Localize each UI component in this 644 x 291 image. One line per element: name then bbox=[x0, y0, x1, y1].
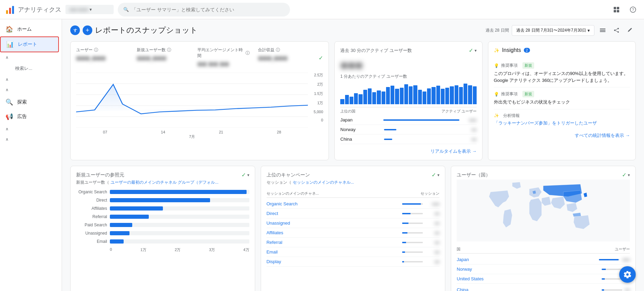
bar-mini bbox=[382, 91, 385, 104]
campaign-row: Direct ●● bbox=[267, 209, 440, 218]
new-users-info-icon[interactable]: ⓘ bbox=[167, 47, 171, 53]
geo-country-row: United States ●● bbox=[457, 274, 630, 284]
edit-icon-btn[interactable] bbox=[625, 25, 636, 36]
sidebar-item-home[interactable]: 🏠 ホーム bbox=[0, 22, 59, 36]
see-all-link[interactable]: すべての統計情報を表示 → bbox=[494, 132, 630, 139]
hbar-track bbox=[110, 239, 249, 244]
campaign-bar-track bbox=[402, 223, 423, 224]
insights-badge: 2 bbox=[524, 48, 530, 53]
bar-mini bbox=[450, 86, 454, 104]
new-users-header: 新規ユーザーの参照元 ✓ ▾ bbox=[76, 172, 249, 178]
svg-rect-3 bbox=[614, 7, 616, 9]
campaigns-dropdown-icon[interactable]: ▾ bbox=[437, 173, 439, 177]
sidebar: 🏠 ホーム 📊 レポート ∧ 検索レ... ∧ ∧ 🔍 探索 📢 広告 ∧ bbox=[0, 19, 62, 291]
campaign-col-name: セッションのメインのチャネ... bbox=[267, 191, 319, 196]
metrics-check-icon: ✓ bbox=[319, 55, 323, 61]
geo-country-name[interactable]: United States bbox=[457, 276, 601, 281]
chevron-up-icon2[interactable]: ∧ bbox=[6, 77, 9, 82]
svg-rect-10 bbox=[600, 30, 605, 31]
help-icon-btn[interactable]: ? bbox=[627, 4, 638, 15]
geo-country-name[interactable]: Norway bbox=[457, 267, 601, 272]
insight-item-1: 💡 推奨事項 新規 このプロパティは、オーディエンスの90%以上を使用しています… bbox=[494, 59, 630, 87]
hbar-track bbox=[110, 206, 249, 211]
bar-mini bbox=[391, 86, 394, 104]
campaign-row: Affiliates ●● bbox=[267, 228, 440, 238]
recommendation-icon-2: 💡 bbox=[494, 92, 499, 97]
add-card-btn[interactable]: + bbox=[83, 25, 92, 35]
x-label-3: 21 bbox=[219, 130, 223, 134]
geo-country-bar bbox=[602, 289, 622, 291]
chevron-up-icon3[interactable]: ∧ bbox=[6, 87, 9, 92]
sidebar-sub-item-search[interactable]: 検索レ... bbox=[0, 63, 62, 74]
property-selector[interactable]: ●●● ●●●● ▾ bbox=[65, 5, 114, 14]
settings-fab[interactable] bbox=[619, 266, 636, 283]
revenue-info-icon[interactable]: ⓘ bbox=[276, 47, 280, 53]
sidebar-section-header: ∧ bbox=[0, 52, 62, 63]
new-users-dropdown-icon[interactable]: ▾ bbox=[247, 173, 249, 177]
customize-icon-btn[interactable] bbox=[597, 25, 608, 36]
sidebar-item-reports[interactable]: 📊 レポート bbox=[0, 36, 59, 52]
search-input[interactable] bbox=[132, 7, 284, 12]
bar-mini bbox=[400, 88, 404, 104]
campaign-value: ●● bbox=[426, 211, 439, 216]
bar-mini bbox=[455, 85, 458, 104]
hbar-x-labels: 01万2万3万4万 bbox=[76, 247, 249, 252]
realtime-bar-chart bbox=[340, 84, 476, 104]
snapshot-icon-btn[interactable]: す bbox=[70, 25, 80, 35]
new-users-metric-sub[interactable]: ユーザーの最初のメインのチャネル グループ（デフォル... bbox=[111, 180, 218, 185]
bar-mini bbox=[436, 86, 440, 104]
geo-country-name[interactable]: China bbox=[457, 287, 601, 291]
sidebar-reports-label: レポート bbox=[18, 41, 37, 47]
app-layout: 🏠 ホーム 📊 レポート ∧ 検索レ... ∧ ∧ 🔍 探索 📢 広告 ∧ bbox=[0, 19, 644, 291]
bar-mini bbox=[372, 92, 376, 104]
dropdown-icon: ▾ bbox=[588, 28, 590, 33]
new-badge-1: 新規 bbox=[522, 62, 534, 69]
new-users-hbar-container: Organic Search Direct Affiliates Referra… bbox=[76, 190, 249, 244]
geo-country-name[interactable]: Japan bbox=[457, 257, 599, 262]
country-col-country: 国 bbox=[457, 247, 460, 252]
analysis-type: ✨ 分析情報 bbox=[494, 113, 630, 119]
hbar-row: Direct bbox=[76, 198, 249, 203]
country-name: Japan bbox=[340, 117, 381, 122]
chart-y-labels: 2.5万 2万 1.5万 1万 5,000 0 bbox=[309, 73, 323, 122]
bar-mini bbox=[445, 88, 449, 104]
share-icon-btn[interactable] bbox=[611, 25, 622, 36]
realtime-dropdown-icon[interactable]: ▾ bbox=[475, 48, 477, 53]
help-icon: ? bbox=[630, 6, 636, 13]
hbar-row: Unassigned bbox=[76, 231, 249, 236]
chevron-up-icon5[interactable]: ∧ bbox=[6, 137, 9, 142]
engagement-info-icon[interactable]: ⓘ bbox=[246, 50, 250, 56]
header-right: ? bbox=[611, 4, 638, 15]
chevron-up-icon[interactable]: ∧ bbox=[6, 55, 9, 60]
campaign-name: Direct bbox=[267, 211, 400, 216]
sidebar-section-header2: ∧ bbox=[0, 74, 62, 85]
bar-mini bbox=[340, 99, 344, 104]
settings-icon bbox=[623, 270, 632, 279]
campaigns-metric-sub[interactable]: セッションのメインのチャネル... bbox=[293, 180, 354, 185]
chevron-up-icon4[interactable]: ∧ bbox=[6, 127, 9, 131]
sidebar-item-explore[interactable]: 🔍 探索 bbox=[0, 95, 59, 109]
metrics-chart-card: ユーザー ⓘ ●●●,●●● 新規ユーザー数 ⓘ ●●●,●●● bbox=[70, 41, 329, 160]
line-chart-svg bbox=[76, 73, 308, 128]
grid-icon-btn[interactable] bbox=[611, 4, 622, 15]
bar-mini bbox=[413, 85, 417, 104]
date-range-btn[interactable]: 過去 28 日間 7月3日〜2024年7月30日 ▾ bbox=[512, 25, 594, 36]
sidebar-item-advertising[interactable]: 📢 広告 bbox=[0, 109, 59, 124]
bottom-grid: 新規ユーザーの参照元 ✓ ▾ 新規ユーザー数（ ユーザーの最初のメインのチャネル… bbox=[70, 166, 636, 291]
sidebar-section-header3: ∧ bbox=[0, 85, 62, 95]
geo-dropdown-icon[interactable]: ▾ bbox=[628, 173, 630, 177]
users-info-icon[interactable]: ⓘ bbox=[94, 47, 98, 53]
svg-line-15 bbox=[615, 29, 618, 30]
campaign-value: ●● bbox=[426, 259, 439, 264]
sub-item-label: 検索レ... bbox=[15, 66, 32, 71]
hbar-fill bbox=[110, 215, 149, 219]
y-label-6: 0 bbox=[309, 118, 323, 122]
search-bar[interactable]: 🔍 bbox=[118, 3, 290, 17]
hbar-label: Affiliates bbox=[76, 206, 107, 211]
realtime-col-users: アクティブ ユーザー bbox=[442, 109, 477, 114]
campaign-name: Email bbox=[267, 249, 400, 255]
svg-text:?: ? bbox=[632, 8, 634, 12]
realtime-link[interactable]: リアルタイムを表示 → bbox=[340, 148, 476, 154]
bar-mini bbox=[464, 84, 467, 104]
analysis-link[interactable]: 「ラッキーナンバーズ参加」をトリガーしたユーザ bbox=[494, 120, 630, 126]
